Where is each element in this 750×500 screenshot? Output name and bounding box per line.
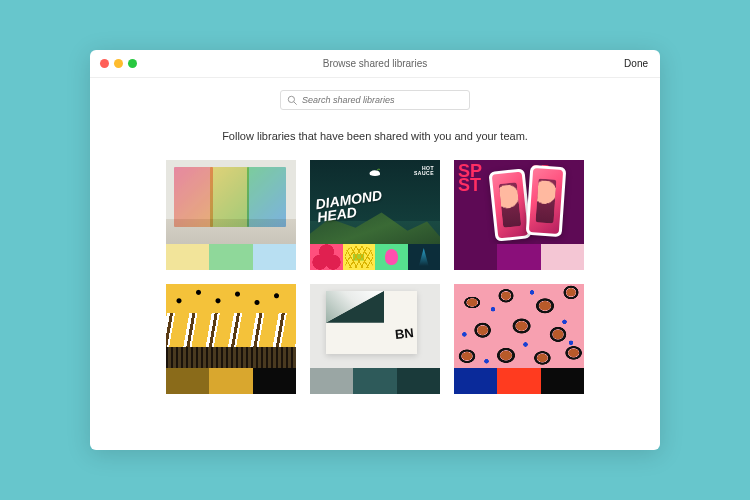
- library-thumb: SP ST SP: [454, 160, 584, 244]
- swatch: [209, 368, 252, 394]
- swatch: [454, 244, 497, 270]
- search-icon: [287, 95, 297, 105]
- hot-sauce-label: HOTSAUCE: [414, 166, 434, 176]
- library-thumb: HOTSAUCE DIAMOND HEAD: [310, 160, 440, 270]
- search-field[interactable]: [280, 90, 470, 110]
- swatch: [253, 368, 296, 394]
- library-thumb: [166, 160, 296, 244]
- swatch: [209, 244, 252, 270]
- library-card-glass-panels[interactable]: [166, 160, 296, 270]
- library-card-spst[interactable]: SP ST SP: [454, 160, 584, 270]
- swatch-row: [454, 368, 584, 394]
- swatch: [541, 368, 584, 394]
- swatch: [541, 244, 584, 270]
- minimize-window-button[interactable]: [114, 59, 123, 68]
- swatch: [310, 368, 353, 394]
- window-title: Browse shared libraries: [90, 58, 660, 69]
- swatch: [253, 244, 296, 270]
- swatch-row: [166, 368, 296, 394]
- library-thumb: [454, 284, 584, 368]
- library-card-diamond-head[interactable]: HOTSAUCE DIAMOND HEAD: [310, 160, 440, 270]
- traffic-lights: [100, 59, 137, 68]
- swatch: [166, 244, 209, 270]
- swatch-row: [310, 368, 440, 394]
- library-card-page-curl[interactable]: BN: [310, 284, 440, 394]
- tagline-text: Follow libraries that have been shared w…: [222, 130, 528, 142]
- library-thumb: [166, 284, 296, 368]
- close-window-button[interactable]: [100, 59, 109, 68]
- app-window: Browse shared libraries Done Follow libr…: [90, 50, 660, 450]
- library-grid: HOTSAUCE DIAMOND HEAD SP ST SP: [166, 160, 584, 394]
- brand-text: SP ST: [458, 164, 482, 193]
- search-input[interactable]: [302, 95, 463, 105]
- swatch: [397, 368, 440, 394]
- phone-mockup-icon: [526, 165, 567, 237]
- maximize-window-button[interactable]: [128, 59, 137, 68]
- swatch-row: [454, 244, 584, 270]
- phone-mockup-icon: [488, 168, 531, 241]
- content-area: Follow libraries that have been shared w…: [90, 78, 660, 450]
- graphic-strip: [310, 244, 440, 270]
- swatch: [454, 368, 497, 394]
- library-card-butterfly[interactable]: [166, 284, 296, 394]
- library-card-leopard[interactable]: [454, 284, 584, 394]
- swatch: [497, 368, 540, 394]
- chili-icon: [368, 164, 382, 174]
- svg-line-1: [294, 102, 297, 105]
- swatch: [166, 368, 209, 394]
- titlebar: Browse shared libraries Done: [90, 50, 660, 78]
- logo-text: BN: [394, 325, 414, 342]
- swatch: [353, 368, 396, 394]
- swatch-row: [166, 244, 296, 270]
- library-thumb: BN: [310, 284, 440, 368]
- done-button[interactable]: Done: [624, 58, 648, 69]
- swatch: [497, 244, 540, 270]
